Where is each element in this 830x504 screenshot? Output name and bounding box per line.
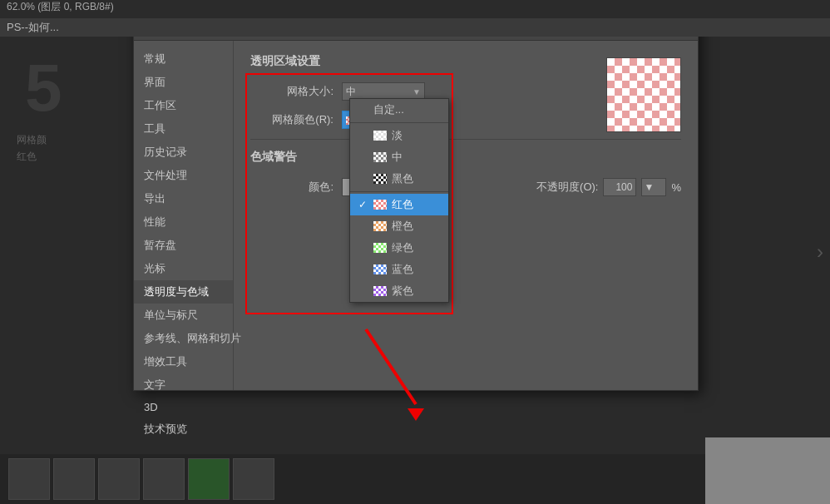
section-divider: [250, 139, 681, 140]
dropdown-item-dark[interactable]: 黑色: [350, 168, 448, 190]
opacity-input[interactable]: [603, 178, 636, 196]
green-color-icon: [373, 243, 387, 253]
blue-color-icon: [373, 264, 387, 274]
gridcolor-dropdown[interactable]: 自定... 淡 中 黑色 ✓ 红色 橙色 绿色 蓝色: [349, 98, 449, 303]
gridsize-label: 网格大小:: [250, 84, 333, 99]
sidebar-item-zenggong[interactable]: 增效工具: [134, 350, 233, 373]
gridsize-arrow-icon: ▼: [413, 87, 421, 96]
sidebar-item-cankao[interactable]: 参考线、网格和切片: [134, 327, 233, 350]
sidebar-item-3d[interactable]: 3D: [134, 397, 233, 418]
sidebar-item-jiemian[interactable]: 界面: [134, 71, 233, 94]
ps-app-title: PS--如何...: [7, 20, 59, 35]
light-color-icon: [373, 131, 387, 141]
color-label: 颜色:: [250, 180, 333, 195]
opacity-unit: %: [671, 181, 681, 194]
ps-menu-bar: PS--如何...: [0, 18, 830, 37]
dropdown-divider1: [350, 122, 448, 123]
sidebar-item-touming[interactable]: 透明度与色域: [134, 280, 233, 304]
sidebar-item-changgui[interactable]: 常规: [134, 47, 233, 71]
sidebar-item-gongzuoqu[interactable]: 工作区: [134, 94, 233, 117]
sidebar-item-danyuan[interactable]: 单位与标尺: [134, 304, 233, 327]
dropdown-item-blue[interactable]: 蓝色: [350, 259, 448, 280]
dropdown-divider2: [350, 191, 448, 192]
check-icon: ✓: [358, 199, 368, 210]
dropdown-item-purple[interactable]: 紫色: [350, 280, 448, 302]
dropdown-item-custom[interactable]: 自定...: [350, 99, 448, 121]
sidebar-item-guangbiao[interactable]: 光标: [134, 257, 233, 280]
purple-color-icon: [373, 286, 387, 296]
dropdown-item-green[interactable]: 绿色: [350, 237, 448, 259]
section2-title: 色域警告: [250, 150, 681, 165]
orange-color-icon: [373, 221, 387, 231]
sidebar-item-zanshiban[interactable]: 暂存盘: [134, 234, 233, 257]
red-color-icon: [373, 200, 387, 210]
sidebar-item-xingneng[interactable]: 性能: [134, 210, 233, 234]
opacity-row: 不透明度(O): ▼ %: [536, 178, 681, 196]
dropdown-item-mid[interactable]: 中: [350, 146, 448, 168]
sidebar-item-lishijilu[interactable]: 历史记录: [134, 141, 233, 164]
color-alert-row: 颜色: 不透明度(O): ▼ %: [250, 178, 681, 196]
opacity-unit-select[interactable]: ▼: [641, 178, 666, 196]
opacity-label: 不透明度(O):: [536, 180, 598, 195]
sidebar-item-jishu[interactable]: 技术预览: [134, 418, 233, 441]
checker-preview: [606, 57, 681, 132]
bg-right-arrow: ›: [817, 240, 823, 264]
mid-color-icon: [373, 152, 387, 162]
sidebar-item-daochu[interactable]: 导出: [134, 187, 233, 210]
ps-title-bar: 62.0% (图层 0, RGB/8#): [0, 0, 830, 18]
dropdown-item-light[interactable]: 淡: [350, 125, 448, 146]
sidebar: 常规 界面 工作区 工具 历史记录 文件处理 导出 性能: [134, 41, 234, 390]
dropdown-item-orange[interactable]: 橙色: [350, 215, 448, 237]
ps-title-text: 62.0% (图层 0, RGB/8#): [0, 1, 114, 12]
gridcolor-label: 网格颜色(R):: [250, 112, 333, 127]
sidebar-item-wenjianchu[interactable]: 文件处理: [134, 164, 233, 187]
dark-color-icon: [373, 174, 387, 184]
dropdown-item-red[interactable]: ✓ 红色: [350, 194, 448, 215]
sidebar-item-wenzi[interactable]: 文字: [134, 373, 233, 397]
sidebar-item-gongju[interactable]: 工具: [134, 117, 233, 141]
main-content: 透明区域设置 网格大小: 中 ▼ 网格颜色(R): 红色 ▼: [234, 41, 698, 390]
